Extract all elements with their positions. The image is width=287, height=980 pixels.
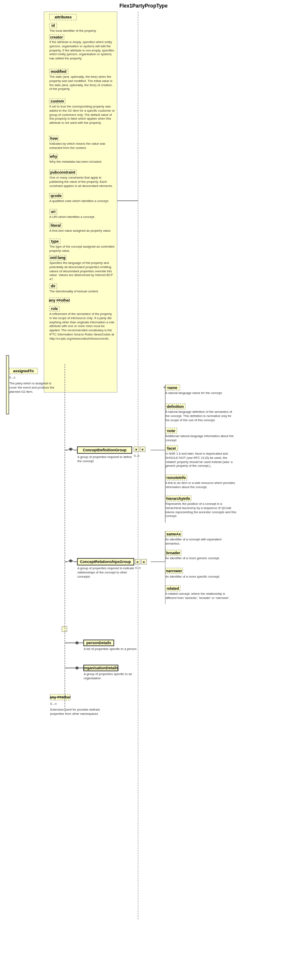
attr-other: any ##other — [49, 298, 70, 302]
person-details-desc: A list of properties specific to a perso… — [84, 647, 144, 651]
note-box — [165, 428, 177, 433]
attributes-panel — [44, 12, 117, 392]
attr-role-desc: A refinement of the semantics of the pro… — [49, 312, 115, 340]
same-as-desc: An identifier of a concept with equivale… — [165, 537, 236, 546]
concept-def-group-desc: A group of properties required to define… — [77, 455, 136, 463]
hierarchy-info-box — [165, 496, 191, 501]
attr-xmllang: xml:lang — [50, 256, 65, 260]
narrower-desc: An identifier of a more specific concept… — [165, 575, 236, 579]
facet-desc: In NAR 1.8 and later, facet is deprecate… — [165, 452, 236, 468]
diamond-connector-def — [68, 448, 73, 451]
remote-info-box — [165, 475, 187, 480]
attr-id: id — [51, 23, 55, 28]
definition-box — [165, 404, 185, 409]
name-box — [165, 385, 180, 390]
arrow-name — [163, 386, 166, 389]
bottom-connector-marker — [62, 627, 67, 632]
attr-uri: uri — [51, 210, 56, 214]
attr-pubconstraint-desc: One or many constraints that apply to pu… — [49, 176, 115, 188]
diamond-connector-rel — [68, 559, 73, 563]
attr-how: how — [50, 136, 58, 141]
related-desc: A related concept, where the relationshi… — [165, 592, 236, 600]
svg-rect-1 — [49, 35, 64, 40]
attr-dir-desc: The directionality of textual content. — [49, 289, 115, 294]
note-label: note — [167, 429, 175, 433]
concept-def-group-box — [77, 447, 132, 453]
svg-rect-10 — [49, 239, 60, 244]
any-other-bottom-label: any ##other — [50, 695, 71, 699]
svg-rect-22 — [135, 559, 140, 564]
svg-rect-0 — [49, 23, 57, 28]
broader-desc: An identifier of a more generic concept. — [165, 556, 236, 560]
attr-xmllang-desc: Specifies the language of this property … — [49, 261, 115, 281]
org-details-box — [84, 665, 118, 671]
name-desc: A natural language name for the concept. — [165, 391, 236, 395]
attr-uri-desc: A URI which identifies a concept. — [49, 215, 115, 219]
svg-rect-14 — [49, 306, 59, 311]
assigned-to-label: assignedTo — [13, 369, 34, 373]
narrower-label: narrower — [166, 569, 182, 573]
attr-modified: modified — [51, 69, 67, 74]
person-details-label: personDetails — [86, 641, 111, 645]
attr-pubconstraint: pubconstraint — [50, 170, 75, 174]
definition-desc: A natural language definition of the sem… — [165, 410, 236, 422]
related-label: related — [167, 586, 179, 591]
svg-rect-12 — [49, 284, 57, 289]
assigned-to-cardinality: 0...n — [9, 376, 15, 379]
note-desc: Additional natural language information … — [165, 434, 236, 443]
svg-text:■: ■ — [143, 560, 145, 564]
attr-id-desc: The local identifier of the property. — [49, 29, 97, 33]
hierarchy-info-label: hierarchyInfo — [166, 496, 190, 501]
attr-custom-desc: If set to true the corresponding propert… — [49, 105, 115, 125]
assigned-to-desc: The party which is assigned to cover the… — [9, 381, 59, 394]
svg-rect-24 — [141, 559, 146, 564]
attr-why: why — [49, 154, 57, 159]
concept-def-group-label: ConceptDefinitionGroup — [83, 448, 127, 452]
attr-how-desc: Indicates by which means the value was e… — [49, 142, 115, 150]
svg-rect-13 — [49, 298, 69, 303]
concept-def-group-cardinality: 0..∞ — [134, 454, 140, 458]
same-as-label: sameAs — [167, 532, 181, 536]
svg-rect-6 — [49, 170, 77, 175]
svg-text:■: ■ — [137, 560, 139, 564]
diagram-title: Flex1PartyPropType — [119, 3, 167, 9]
broader-label: broader — [166, 551, 180, 555]
svg-rect-3 — [49, 99, 65, 104]
any-other-bottom-box — [50, 694, 70, 700]
attr-why-desc: Why the metadata has been included. — [49, 160, 115, 164]
concept-rel-group-desc: A group of properties required to indica… — [77, 566, 136, 578]
attr-type-desc: The type of the concept assigned as cont… — [49, 245, 115, 253]
attr-creator: creator — [50, 35, 63, 39]
attr-literal: literal — [51, 223, 61, 228]
any-other-cardinality: 0...∞ — [50, 702, 57, 706]
attr-qcode-desc: A qualified code which identifies a conc… — [49, 199, 115, 203]
diamond-org — [74, 666, 79, 670]
attr-literal-desc: A free-text value assigned as property v… — [49, 229, 115, 233]
svg-rect-17 — [134, 447, 139, 452]
svg-rect-15 — [6, 356, 9, 414]
svg-rect-4 — [49, 136, 59, 141]
broader-box — [165, 550, 181, 555]
attr-creator-desc: If the attribute is empty, specifies whi… — [49, 40, 115, 61]
svg-rect-2 — [49, 69, 68, 74]
attr-type: type — [51, 239, 59, 243]
narrower-box — [165, 568, 183, 573]
attr-dir: dir — [51, 284, 56, 288]
facet-box — [165, 445, 178, 451]
svg-rect-8 — [49, 209, 57, 214]
attributes-header-box — [49, 14, 77, 20]
org-details-label: organisationDetails — [83, 666, 118, 670]
remote-info-desc: A link to an item or a web resource whic… — [165, 481, 236, 489]
facet-label: facet — [167, 446, 176, 450]
attributes-header: attributes — [54, 15, 72, 19]
related-box — [165, 586, 180, 591]
hierarchy-info-desc: Represents the position of a concept in … — [165, 502, 236, 518]
svg-text:■: ■ — [136, 448, 138, 451]
org-details-desc: A group of properties specific to an org… — [84, 672, 144, 681]
svg-rect-19 — [140, 447, 145, 452]
diamond-person — [74, 641, 79, 645]
concept-rel-group-cardinality: 0..∞ — [135, 566, 141, 570]
assigned-to-box — [9, 368, 38, 374]
svg-text:■: ■ — [142, 448, 144, 451]
attr-custom: custom — [51, 99, 64, 103]
